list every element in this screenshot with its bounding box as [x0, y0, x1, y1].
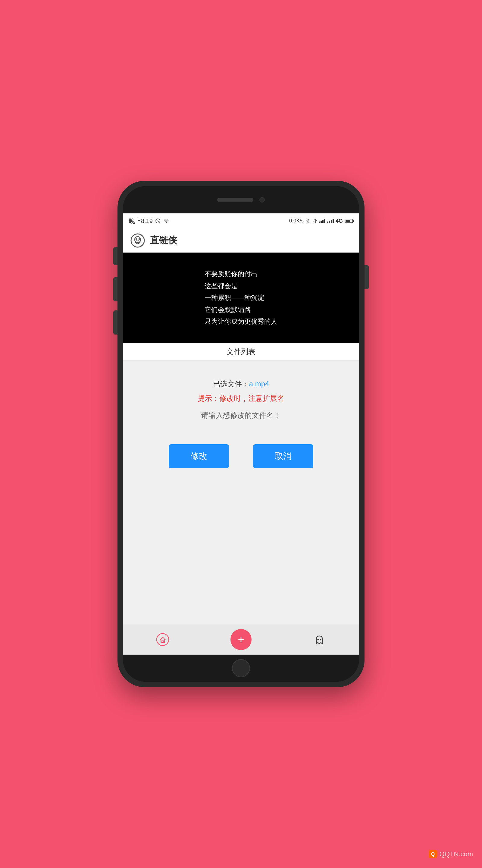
svg-line-2 — [158, 221, 159, 221]
wifi-icon — [163, 218, 170, 223]
status-left: 晚上8:19 — [129, 217, 170, 225]
selected-file-name: a.mp4 — [249, 380, 269, 388]
bottom-bezel — [123, 655, 359, 682]
volume-silent-button — [113, 247, 118, 265]
svg-point-13 — [317, 639, 319, 641]
phone-inner: 晚上8:19 0.0K/s — [123, 186, 359, 682]
home-icon — [156, 633, 169, 646]
file-list-header: 文件列表 — [123, 343, 359, 361]
volume-down-button — [113, 310, 118, 335]
svg-point-11 — [157, 633, 169, 646]
app-header: 直链侠 — [123, 228, 359, 253]
svg-point-8 — [135, 237, 141, 243]
bottom-nav: + — [123, 624, 359, 655]
bluetooth-icon — [306, 218, 310, 223]
battery-fill — [346, 220, 350, 222]
svg-point-14 — [320, 639, 321, 641]
svg-point-3 — [166, 222, 167, 223]
input-hint: 请输入想修改的文件名！ — [201, 410, 281, 420]
home-button[interactable] — [232, 659, 250, 677]
ghost-icon — [313, 633, 326, 646]
svg-point-7 — [131, 234, 144, 247]
network-speed: 0.0K/s — [289, 218, 304, 224]
nav-home[interactable] — [151, 627, 175, 652]
phone-screen: 晚上8:19 0.0K/s — [123, 213, 359, 655]
signal-bars-2 — [327, 219, 334, 223]
time-display: 晚上8:19 — [129, 217, 153, 225]
volume-up-button — [113, 277, 118, 301]
alarm-icon — [155, 218, 161, 224]
hint-text: 提示：修改时，注意扩展名 — [198, 394, 284, 403]
content-area: 已选文件：a.mp4 提示：修改时，注意扩展名 请输入想修改的文件名！ 修改 取… — [123, 361, 359, 624]
front-camera — [259, 197, 265, 203]
power-button — [364, 265, 369, 289]
app-logo-icon — [130, 233, 145, 248]
app-title: 直链侠 — [150, 234, 177, 247]
speaker — [217, 198, 253, 202]
nav-add-button[interactable]: + — [230, 629, 252, 650]
selected-file-label: 已选文件： — [213, 380, 249, 388]
modify-button[interactable]: 修改 — [169, 444, 229, 468]
add-icon: + — [238, 634, 244, 645]
mute-icon — [312, 218, 317, 223]
status-right: 0.0K/s — [289, 218, 353, 224]
watermark: Q QQTN.com — [428, 849, 473, 859]
video-section[interactable]: 不要质疑你的付出 这些都会是 一种累积——种沉淀 它们会默默铺路 只为让你成为更… — [123, 253, 359, 343]
battery-icon — [345, 219, 353, 223]
selected-file-row: 已选文件：a.mp4 — [213, 379, 269, 389]
svg-point-9 — [135, 238, 137, 240]
svg-marker-4 — [313, 219, 315, 223]
svg-text:Q: Q — [431, 852, 435, 857]
status-bar: 晚上8:19 0.0K/s — [123, 213, 359, 228]
svg-point-10 — [138, 238, 140, 240]
watermark-icon: Q — [428, 849, 438, 859]
cancel-button[interactable]: 取消 — [253, 444, 313, 468]
top-bezel — [123, 186, 359, 213]
network-type: 4G — [335, 218, 343, 224]
watermark-text: QQTN.com — [440, 850, 473, 858]
video-text: 不要质疑你的付出 这些都会是 一种累积——种沉淀 它们会默默铺路 只为让你成为更… — [193, 262, 289, 334]
signal-bars — [319, 219, 325, 223]
phone-frame: 晚上8:19 0.0K/s — [118, 181, 364, 687]
file-list-title: 文件列表 — [227, 347, 255, 356]
nav-profile[interactable] — [307, 627, 331, 652]
buttons-row: 修改 取消 — [169, 444, 313, 468]
